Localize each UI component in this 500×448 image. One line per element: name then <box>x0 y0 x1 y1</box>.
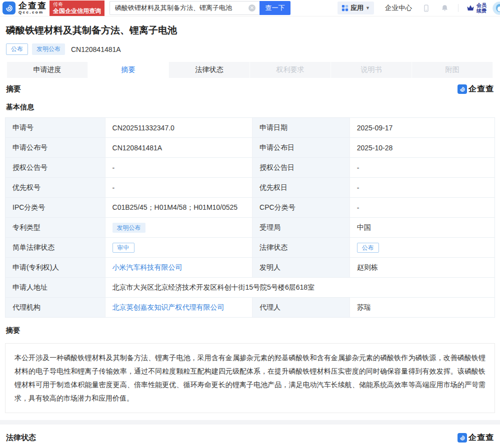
field-value: - <box>106 158 253 178</box>
field-label: 申请公布日 <box>252 138 350 158</box>
chevron-down-icon: ▼ <box>366 5 370 10</box>
table-row: IPC分类号C01B25/45；H01M4/58；H01M10/0525CPC分… <box>6 198 494 218</box>
bell-icon <box>440 4 449 12</box>
notifications-button[interactable] <box>440 4 449 12</box>
status-badge: 公布 <box>6 43 28 55</box>
field-label: 受理局 <box>252 218 350 238</box>
field-label: 专利类型 <box>6 218 106 238</box>
page-title: 磷酸铁锂材料及其制备方法、锂离子电池 <box>6 24 494 37</box>
field-label: 授权公告日 <box>252 158 350 178</box>
promo-line1: 传奇 <box>53 1 101 7</box>
patent-header: 磷酸铁锂材料及其制备方法、锂离子电池 公布 发明公布 CN120841481A … <box>0 16 500 78</box>
divider <box>458 4 458 12</box>
legal-section-header: 法律状态 企查查 <box>5 432 495 443</box>
field-label: 代理人 <box>252 298 350 318</box>
table-row: 申请(专利权)人小米汽车科技有限公司发明人赵则栋 <box>6 258 494 278</box>
field-label: 发明人 <box>252 258 350 278</box>
tab-附图: 附图 <box>412 62 493 78</box>
apps-label: 应用 <box>350 3 364 12</box>
promo-badge: 传奇 全国企业信用查询 <box>50 0 104 16</box>
field-label: 法律状态 <box>252 238 350 258</box>
entity-link[interactable]: 北京英创嘉友知识产权代理有限公司 <box>112 303 224 311</box>
status-badge: 审中 <box>112 243 134 253</box>
promo-line2: 全国企业信用查询 <box>53 7 101 14</box>
field-value: 2025-10-28 <box>350 138 494 158</box>
field-value: - <box>350 158 494 178</box>
section-title-legal: 法律状态 <box>6 433 36 443</box>
section-title-summary: 摘要 <box>6 84 21 94</box>
table-row: 优先权号-优先权日- <box>6 178 494 198</box>
field-value: C01B25/45；H01M4/58；H01M10/0525 <box>106 198 253 218</box>
table-row: 申请公布号CN120841481A申请公布日2025-10-28 <box>6 138 494 158</box>
search-input[interactable] <box>110 1 260 15</box>
field-label: 申请日期 <box>252 118 350 138</box>
tab-说明书: 说明书 <box>331 62 412 78</box>
qcc-watermark: 企查查 <box>458 84 494 94</box>
patent-detail-page: 企查查 Qcc.com 传奇 全国企业信用查询 ✕ 查一下 应用 ▼ <box>0 0 500 448</box>
entity-link[interactable]: 小米汽车科技有限公司 <box>112 263 182 271</box>
section-gap <box>0 420 500 425</box>
field-label: 优先权号 <box>6 178 106 198</box>
field-value: 北京市大兴区北京经济技术开发区科创十街15号院5号楼6层618室 <box>106 278 494 298</box>
qcc-logo-icon[interactable] <box>2 1 16 14</box>
apps-menu[interactable]: 应用 ▼ <box>338 1 374 14</box>
legal-status-section: 法律状态 企查查 2025-10-28公布 <box>0 425 500 448</box>
table-row: 申请号CN202511332347.0申请日期2025-09-17 <box>6 118 494 138</box>
brand-domain: Qcc.com <box>18 10 47 14</box>
top-nav: 企查查 Qcc.com 传奇 全国企业信用查询 ✕ 查一下 应用 ▼ <box>0 0 500 16</box>
badge-row: 公布 发明公布 CN120841481A <box>6 43 494 55</box>
tab-法律状态[interactable]: 法律状态 <box>169 62 250 78</box>
apps-grid-icon <box>342 4 348 11</box>
field-label: 申请公布号 <box>6 138 106 158</box>
tab-申请进度[interactable]: 申请进度 <box>7 62 88 78</box>
field-value: 2025-09-17 <box>350 118 494 138</box>
field-label: 申请号 <box>6 118 106 138</box>
brand-name: 企查查 <box>18 1 47 10</box>
tab-摘要[interactable]: 摘要 <box>88 62 169 78</box>
field-label: IPC分类号 <box>6 198 106 218</box>
abstract-title: 摘要 <box>6 326 494 335</box>
field-value: 中国 <box>350 218 494 238</box>
member-renew-label: 会员 续费 <box>476 2 486 14</box>
header-right-nav: 应用 ▼ 企业中心 会员 <box>338 1 500 15</box>
summary-section: 摘要 企查查 基本信息 申请号CN202511332347.0申请日期2025-… <box>0 78 500 420</box>
table-row: 授权公告号-授权公告日- <box>6 158 494 178</box>
field-label: 代理机构 <box>6 298 106 318</box>
field-value: CN120841481A <box>106 138 253 158</box>
spiral-logo-icon <box>4 3 14 13</box>
qcc-watermark-text: 企查查 <box>468 84 494 94</box>
member-renew-button[interactable]: 会员 续费 <box>466 2 486 14</box>
field-label: 申请人地址 <box>6 278 106 298</box>
crown-icon <box>466 3 476 13</box>
phone-icon <box>422 4 430 12</box>
avatar[interactable] <box>492 1 500 15</box>
search-button[interactable]: 查一下 <box>260 1 290 15</box>
field-label: 优先权日 <box>252 178 350 198</box>
mobile-app-button[interactable] <box>422 4 430 12</box>
field-value: - <box>106 178 253 198</box>
field-value: CN202511332347.0 <box>106 118 253 138</box>
field-value: 苏瑞 <box>350 298 494 318</box>
qcc-watermark-icon <box>458 84 467 94</box>
field-value: 发明公布 <box>106 218 253 238</box>
table-row: 专利类型发明公布受理局中国 <box>6 218 494 238</box>
type-badge: 发明公布 <box>32 43 65 55</box>
field-value: 小米汽车科技有限公司 <box>106 258 253 278</box>
status-badge: 公布 <box>357 243 379 253</box>
brand-wordmark[interactable]: 企查查 Qcc.com <box>18 1 47 14</box>
publication-number: CN120841481A <box>71 45 121 53</box>
qcc-watermark: 企查查 <box>458 433 494 443</box>
basic-info-table: 申请号CN202511332347.0申请日期2025-09-17申请公布号CN… <box>5 117 495 318</box>
table-row: 申请人地址北京市大兴区北京经济技术开发区科创十街15号院5号楼6层618室 <box>6 278 494 298</box>
table-row: 简单法律状态审中法律状态公布 <box>6 238 494 258</box>
enterprise-center-link[interactable]: 企业中心 <box>385 3 412 12</box>
clear-search-icon[interactable]: ✕ <box>248 4 256 11</box>
summary-section-header: 摘要 企查查 <box>5 83 495 94</box>
abstract-text: 本公开涉及一种磷酸铁锂材料及其制备方法、锂离子电池，采用含有金属掺杂元素的羟基磷… <box>5 343 495 413</box>
field-value: - <box>350 178 494 198</box>
status-badge: 发明公布 <box>112 223 146 233</box>
tab-bar: 申请进度摘要法律状态权利要求说明书附图 <box>7 62 493 78</box>
basic-info-title: 基本信息 <box>6 103 494 112</box>
field-label: 授权公告号 <box>6 158 106 178</box>
field-label: 简单法律状态 <box>6 238 106 258</box>
